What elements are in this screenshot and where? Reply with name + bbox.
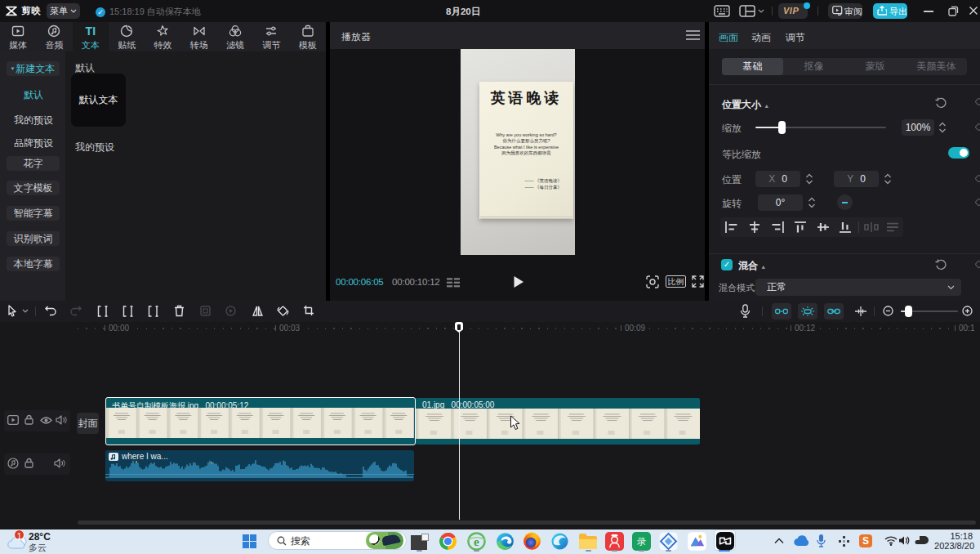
- svg-text:录: 录: [636, 537, 646, 547]
- svg-text:e: e: [474, 534, 479, 547]
